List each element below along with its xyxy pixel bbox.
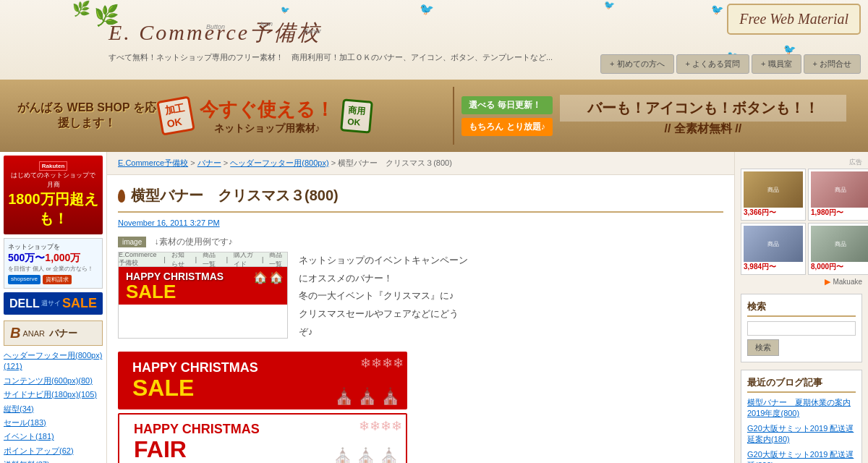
shopserve-ad[interactable]: ネットショップを 500万〜1,000万 を目指す 個人 or 企業の方なら！ … (4, 238, 103, 289)
sidebar-link-content[interactable]: コンテンツ用(600px)(80) (4, 375, 103, 386)
ad-item-2[interactable]: 商品 1,980円〜 (808, 169, 868, 221)
article-title: 横型バナー クリスマス３(800) (131, 186, 339, 205)
sidebar-link-vertical[interactable]: 縦型(34) (4, 404, 103, 415)
header-nav: + 初めての方へ + よくある質問 + 職員室 + お問合せ (600, 54, 861, 74)
sidebar-link-event[interactable]: イベント(181) (4, 431, 103, 442)
recent-link-2[interactable]: G20大阪サミット2019 配送遅延案内(180) (747, 423, 856, 446)
right-sidebar: 広告 商品 3,366円〜 商品 1,980円〜 商品 3,984円〜 商品 8… (734, 152, 868, 463)
nav-staff[interactable]: + 職員室 (752, 54, 801, 74)
shopserve-logo: shopserve (8, 275, 41, 284)
banner-right: 選べる 毎日更新！ もちろん とり放題♪ (461, 96, 552, 136)
banner-large-2: HAPPY CHRISTMAS FAIR ⛪ ⛪ ⛪ ❄❄❄❄ (118, 413, 407, 463)
request-btn[interactable]: 資料請求 (43, 275, 72, 284)
search-section: 検索 検索 (741, 294, 862, 362)
recent-title: 最近のブログ記事 (747, 376, 856, 393)
ad-item-3[interactable]: 商品 3,984円〜 (741, 223, 806, 275)
recent-link-1[interactable]: 横型バナー 夏期休業の案内2019年度(800) (747, 397, 856, 420)
image-section: image ↓素材の使用例です♪ (118, 236, 723, 248)
stamp-commercial: 商用OK (340, 98, 373, 133)
content-main: E.Commerce予備校 > バナー > ヘッダーフッター用(800px) >… (107, 152, 734, 463)
stamp-ok: 加工OK (156, 95, 195, 135)
article: 横型バナー クリスマス３(800) November 16, 2011 3:27… (107, 175, 734, 463)
ad-price-4: 8,000円〜 (811, 262, 868, 272)
nav-faq[interactable]: + よくある質問 (676, 54, 749, 74)
ad-item-4[interactable]: 商品 8,000円〜 (808, 223, 868, 275)
breadcrumb: E.Commerce予備校 > バナー > ヘッダーフッター用(800px) >… (107, 152, 734, 175)
banar-label: B ANAR バナー (4, 320, 103, 346)
large-banners: HAPPY CHRISTMAS SALE ⛪ ⛪ ⛪ ❄❄❄❄ HAPP (118, 352, 723, 463)
tagline: すべて無料！ネットショップ専用のフリー素材！ 商用利用可！加工ＯＫのバナー、アイ… (109, 52, 553, 63)
banner-left: がんばる WEB SHOP を応援します！ (14, 101, 159, 131)
thumbnail-container: E.Commerce予備校 | お知らせ | 商品一覧 | 購入ガイド | 商品… (118, 252, 288, 339)
ad-price-1: 3,366円〜 (744, 208, 803, 218)
search-button[interactable]: 検索 (747, 339, 779, 356)
banner-right-text: バーも！アイコンも！ボタンも！！ // 全素材無料 // (553, 95, 854, 137)
banner-main-text: 今すぐ使える！ ネットショップ用素材♪ (200, 97, 334, 135)
nav-contact[interactable]: + お問合せ (804, 54, 861, 74)
sidebar-link-shipping[interactable]: 送料無料(37) (4, 459, 103, 463)
free-web-material: Free Web Material (727, 4, 861, 35)
header: 🌿 🌿 🐦 🐦 🐦 🐦 🐦 🐦 E. Commerce予備校 すべて無料！ネット… (0, 0, 868, 80)
breadcrumb-home[interactable]: E.Commerce予備校 (118, 158, 188, 167)
nav-first-time[interactable]: + 初めての方へ (600, 54, 673, 74)
article-date[interactable]: November 16, 2011 3:27 PM (118, 218, 723, 227)
search-title: 検索 (747, 300, 856, 317)
article-header: 横型バナー クリスマス３(800) (118, 186, 723, 213)
main-container: Rakuten はじめてのネットショップで 月商 1800万円超えも！ ネットシ… (0, 152, 868, 463)
button-deco: Button (206, 23, 225, 30)
rakuten-ad[interactable]: Rakuten はじめてのネットショップで 月商 1800万円超えも！ (4, 156, 103, 234)
search-input[interactable] (747, 321, 856, 336)
ad-image-3: 商品 (744, 226, 803, 262)
sidebar-link-point[interactable]: ポイントアップ(62) (4, 446, 103, 456)
content-split: E.Commerce予備校 | お知らせ | 商品一覧 | 購入ガイド | 商品… (118, 252, 723, 341)
breadcrumb-current: 横型バナー クリスマス３(800) (338, 158, 452, 167)
ad-image-1: 商品 (744, 171, 803, 208)
ad-price-2: 1,980円〜 (811, 208, 868, 218)
banner-center: 加工OK 今すぐ使える！ ネットショップ用素材♪ 商用OK (159, 97, 446, 135)
article-description: ネットショップのイベントキャンペーンにオススメのバナー！冬の一大イベント『クリス… (299, 252, 723, 341)
recent-section: 最近のブログ記事 横型バナー 夏期休業の案内2019年度(800) G20大阪サ… (741, 370, 862, 463)
dell-ad[interactable]: DELL 週サイ SALE (4, 292, 103, 315)
icon-deco: Icon (260, 20, 273, 27)
sidebar-link-sidenav[interactable]: サイドナビ用(180px)(105) (4, 389, 103, 400)
banar-deco: Banar (304, 27, 321, 35)
banner-divider (453, 87, 454, 145)
ad-image-4: 商品 (811, 226, 868, 262)
makuake-label: ▶ Makuake (741, 277, 862, 286)
sidebar-link-sale[interactable]: セール(183) (4, 417, 103, 428)
banner-wood: がんばる WEB SHOP を応援します！ 加工OK 今すぐ使える！ ネットショ… (0, 80, 868, 152)
ad-sponsored: 広告 (741, 158, 862, 167)
breadcrumb-header[interactable]: ヘッダーフッター用(800px) (230, 158, 328, 167)
ad-item-1[interactable]: 商品 3,366円〜 (741, 169, 806, 221)
ad-block: 広告 商品 3,366円〜 商品 1,980円〜 商品 3,984円〜 商品 8… (741, 158, 862, 286)
left-sidebar: Rakuten はじめてのネットショップで 月商 1800万円超えも！ ネットシ… (0, 152, 107, 463)
ad-price-3: 3,984円〜 (744, 262, 803, 272)
article-thumbnail: E.Commerce予備校 | お知らせ | 商品一覧 | 購入ガイド | 商品… (118, 252, 288, 341)
pin-icon (118, 190, 125, 203)
banner-large-1: HAPPY CHRISTMAS SALE ⛪ ⛪ ⛪ ❄❄❄❄ (118, 352, 407, 409)
ad-image-2: 商品 (811, 171, 868, 208)
rakuten-logo: Rakuten (39, 161, 68, 171)
image-note: ↓素材の使用例です♪ (155, 237, 233, 247)
recent-link-3[interactable]: G20大阪サミット2019 配送遅延(800) (747, 449, 856, 463)
sidebar-link-header[interactable]: ヘッダーフッター用(800px)(121) (4, 350, 103, 373)
image-label: image (118, 237, 146, 247)
ad-grid: 商品 3,366円〜 商品 1,980円〜 商品 3,984円〜 商品 8,00… (741, 169, 862, 275)
breadcrumb-banar[interactable]: バナー (197, 158, 221, 167)
